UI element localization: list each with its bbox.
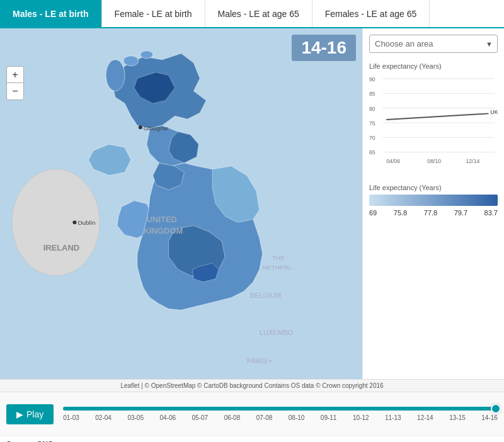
tab-males-le-birth[interactable]: Males - LE at birth bbox=[0, 0, 102, 27]
area-select[interactable]: Choose an areaEnglandScotlandWalesNorthe… bbox=[369, 35, 498, 53]
svg-text:04/06: 04/06 bbox=[386, 158, 400, 164]
legend-val2: 75.8 bbox=[394, 209, 407, 217]
svg-text:UNITED: UNITED bbox=[147, 215, 177, 224]
svg-text:IRELAND: IRELAND bbox=[43, 243, 79, 252]
zoom-in-button[interactable]: + bbox=[7, 67, 23, 83]
tab-females-le-65[interactable]: Females - LE at age 65 bbox=[312, 0, 430, 27]
svg-text:KINGDOM: KINGDOM bbox=[144, 226, 183, 235]
area-select-wrapper: Choose an areaEnglandScotlandWalesNorthe… bbox=[369, 35, 498, 53]
line-chart-svg: 90 85 80 75 70 65 UK 04/06 08/10 bbox=[369, 71, 498, 172]
svg-text:80: 80 bbox=[369, 106, 375, 112]
svg-point-4 bbox=[140, 51, 153, 59]
svg-text:90: 90 bbox=[369, 76, 375, 82]
play-button[interactable]: ▶ Play bbox=[6, 404, 54, 424]
tab-bar: Males - LE at birth Female - LE at birth… bbox=[0, 0, 504, 28]
svg-text:BELGIUM: BELGIUM bbox=[250, 292, 281, 299]
svg-text:UK: UK bbox=[490, 109, 498, 115]
svg-point-7 bbox=[72, 220, 76, 224]
svg-text:70: 70 bbox=[369, 135, 375, 141]
timeline-track[interactable] bbox=[63, 407, 498, 411]
timeline-label: 05-07 bbox=[192, 414, 209, 421]
timeline-label: 01-03 bbox=[63, 414, 79, 421]
svg-point-5 bbox=[139, 125, 142, 129]
svg-text:THE: THE bbox=[272, 254, 285, 261]
legend-val4: 79.7 bbox=[454, 209, 467, 217]
zoom-out-button[interactable]: − bbox=[7, 83, 23, 99]
line-chart-section: Life expectancy (Years) 90 85 80 75 70 6… bbox=[369, 62, 498, 174]
svg-text:85: 85 bbox=[369, 91, 375, 97]
timeline-label: 08-10 bbox=[289, 414, 305, 421]
play-label: Play bbox=[26, 409, 43, 419]
timeline-label: 13-15 bbox=[449, 414, 466, 421]
legend-gradient-bar bbox=[369, 195, 498, 206]
main-content: Glasgow Dublin IRELAND UNITED KINGDOM TH… bbox=[0, 28, 504, 379]
svg-line-29 bbox=[386, 113, 488, 120]
timeline-label: 11-13 bbox=[385, 414, 401, 421]
svg-point-3 bbox=[123, 56, 139, 66]
map-svg: Glasgow Dublin IRELAND UNITED KINGDOM TH… bbox=[0, 28, 362, 379]
svg-text:NETHERL...: NETHERL... bbox=[263, 264, 297, 271]
tab-female-le-birth[interactable]: Female - LE at birth bbox=[102, 0, 205, 27]
legend-min: 69 bbox=[369, 209, 377, 217]
chart-title: Life expectancy (Years) bbox=[369, 62, 498, 70]
legend-val3: 77.8 bbox=[424, 209, 437, 217]
map-container: Glasgow Dublin IRELAND UNITED KINGDOM TH… bbox=[0, 28, 362, 379]
tab-males-le-65[interactable]: Males - LE at age 65 bbox=[205, 0, 312, 27]
timeline-labels: 01-03 02-04 03-05 04-06 05-07 06-08 07-0… bbox=[63, 414, 498, 421]
timeline-label: 14-16 bbox=[481, 414, 498, 421]
play-icon: ▶ bbox=[16, 409, 23, 419]
timeline-label: 12-14 bbox=[417, 414, 433, 421]
timeline-thumb bbox=[491, 404, 501, 414]
svg-text:LUXEMBO: LUXEMBO bbox=[260, 329, 294, 336]
legend-section: Life expectancy (Years) 69 75.8 77.8 79.… bbox=[369, 184, 498, 217]
right-panel: Choose an areaEnglandScotlandWalesNorthe… bbox=[362, 28, 504, 379]
timeline-label: 04-06 bbox=[159, 414, 176, 421]
legend-max: 83.7 bbox=[484, 209, 498, 217]
timeline-label: 02-04 bbox=[95, 414, 112, 421]
timeline-label: 09-11 bbox=[321, 414, 337, 421]
svg-text:Dublin: Dublin bbox=[77, 219, 95, 226]
timeline-track-wrapper: 01-03 02-04 03-05 04-06 05-07 06-08 07-0… bbox=[63, 407, 498, 421]
timeline: ▶ Play 01-03 02-04 03-05 04-06 05-07 06-… bbox=[0, 392, 504, 436]
svg-text:12/14: 12/14 bbox=[466, 158, 479, 164]
svg-text:PARIS •: PARIS • bbox=[247, 357, 272, 365]
svg-point-2 bbox=[106, 60, 125, 91]
timeline-label: 03-05 bbox=[127, 414, 144, 421]
svg-text:65: 65 bbox=[369, 149, 375, 156]
svg-text:75: 75 bbox=[369, 120, 375, 127]
period-label: 14-16 bbox=[292, 35, 356, 61]
timeline-label: 07-08 bbox=[256, 414, 273, 421]
legend-title: Life expectancy (Years) bbox=[369, 184, 498, 191]
timeline-label: 10-12 bbox=[353, 414, 369, 421]
source-bar: Source: ONS bbox=[0, 436, 504, 442]
map-attribution: Leaflet | © OpenStreetMap © CartoDB back… bbox=[0, 379, 504, 392]
legend-labels: 69 75.8 77.8 79.7 83.7 bbox=[369, 209, 498, 217]
svg-text:08/10: 08/10 bbox=[427, 158, 441, 164]
timeline-label: 06-08 bbox=[224, 414, 241, 421]
svg-text:Glasgow: Glasgow bbox=[144, 125, 168, 132]
timeline-fill bbox=[63, 407, 498, 411]
zoom-controls: + − bbox=[6, 66, 24, 100]
